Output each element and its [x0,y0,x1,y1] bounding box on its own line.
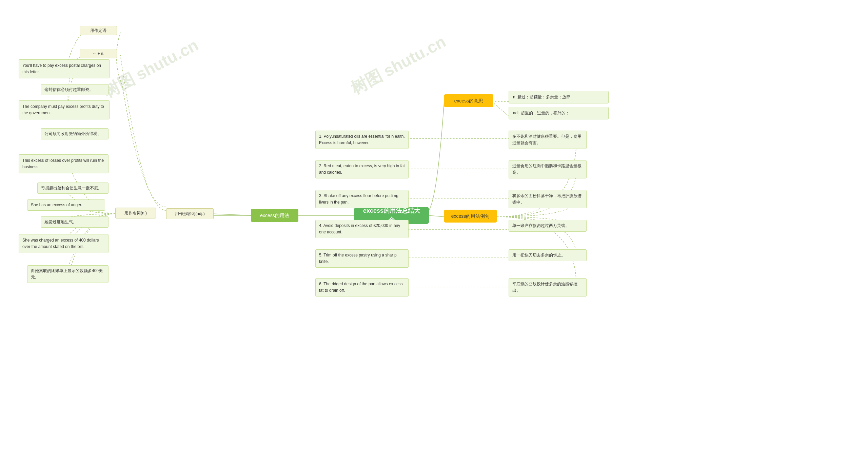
liju-5-zh: 用一把快刀切去多余的饼皮。 [509,249,587,261]
yongfa-node: excess的用法 [251,209,298,222]
adj-example-2-en: The company must pay excess profits duty… [19,100,110,119]
liju-4-zh: 单一账户存款勿超过两万英镑。 [509,220,587,232]
svg-line-2 [212,214,251,215]
adj-example-1-en: You'll have to pay excess postal charges… [19,59,110,78]
noun-example-3-zh: 向她索取的比账单上显示的数额多400美元。 [27,265,108,283]
dingyu-label: 用作定语 [90,27,106,34]
noun-example-1-en: This excess of losses over profits will … [19,154,108,173]
dingyu-node: 用作定语 [80,26,117,35]
mingci-node: 用作名词(n.) [115,208,156,218]
xingrong-node: 用作形容词(adj.) [166,208,214,219]
xingrong-label: 用作形容词(adj.) [175,211,204,217]
liju-label: excess的用法例句 [451,213,490,220]
yisi-n-node: n. 超过；超额量；多余量；放肆 [509,91,609,103]
liju-6-zh: 平底锅的凸纹设计使多余的油能够控出。 [509,278,587,297]
yisi-node: excess的意思 [444,94,493,107]
liju-3-en: 3. Shake off any excess flour before put… [315,190,409,208]
noun-example-1-zh: 亏损超出盈利会使生意一蹶不振。 [37,183,108,194]
adj-example-2-zh: 公司须向政府缴纳额外所得税。 [41,128,108,139]
tilde-n-label: ～ + n. [92,51,104,57]
connector-lines [0,0,868,459]
yongfa-label: excess的用法 [260,212,289,219]
noun-example-2-en: She has an excess of anger. [27,199,105,211]
adj-example-1-zh: 这封信你必须付超重邮资。 [41,84,108,95]
liju-2-zh: 过量食用的红肉中脂肪和卡路里含量很高。 [509,160,587,178]
mindmap: 树图 shutu.cn 树图 shutu.cn [0,0,868,459]
tilde-n-node: ～ + n. [80,49,117,58]
yisi-adj-node: adj. 超重的，过量的，额外的； [509,107,609,119]
liju-node: excess的用法例句 [444,210,497,223]
svg-line-4 [492,101,509,116]
liju-4-en: 4. Avoid deposits in excess of £20,000 i… [315,220,409,238]
liju-3-zh: 将多余的面粉抖落干净，再把肝脏放进锅中。 [509,190,587,208]
watermark-2: 树图 shutu.cn [347,31,450,99]
liju-5-en: 5. Trim off the excess pastry using a sh… [315,249,409,268]
mingci-label: 用作名词(n.) [124,210,147,216]
liju-2-en: 2. Red meat, eaten to excess, is very hi… [315,160,409,178]
noun-example-3-en: She was charged an excess of 400 dollars… [19,234,108,253]
noun-example-2-zh: 她爱过度地生气。 [41,216,108,228]
liju-1-zh: 多不饱和油对健康很重要。但是，食用过量就会有害。 [509,131,587,149]
watermark-1: 树图 shutu.cn [99,34,202,103]
yisi-label: excess的意思 [454,97,484,104]
liju-6-en: 6. The ridged design of the pan allows e… [315,278,409,297]
svg-line-5 [429,215,444,217]
liju-1-en: 1. Polyunsaturated oils are essential fo… [315,131,409,149]
